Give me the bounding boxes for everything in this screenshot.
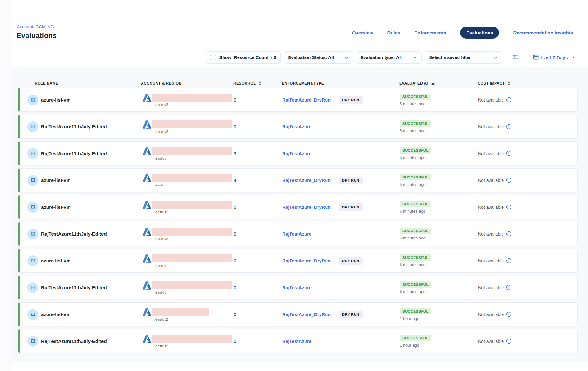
info-icon[interactable] bbox=[506, 285, 511, 290]
col-resource[interactable]: RESOURCE bbox=[233, 81, 282, 86]
enforcement-link[interactable]: RajTestAzure_DryRun bbox=[282, 205, 331, 210]
tab-rules[interactable]: Rules bbox=[387, 30, 400, 35]
evaluation-type-dropdown[interactable]: Evaluation type: All bbox=[356, 51, 422, 64]
col-rule-name: RULE NAME bbox=[18, 81, 141, 86]
azure-icon bbox=[141, 173, 152, 185]
status-badge: SUCCESSFUL bbox=[400, 201, 431, 207]
resource-count: 0 bbox=[234, 97, 282, 102]
col-evaluated-at[interactable]: EVALUATED AT bbox=[399, 81, 478, 86]
table-row[interactable]: </> RajTestAzure11thJuly-Edited eastus2 … bbox=[18, 222, 578, 246]
info-icon[interactable] bbox=[506, 151, 511, 156]
resource-count: 4 bbox=[234, 178, 282, 183]
tab-recommendation-insights[interactable]: Recommendation Insights bbox=[513, 30, 573, 35]
dry-run-badge: DRY RUN bbox=[339, 257, 363, 265]
info-icon[interactable] bbox=[506, 258, 511, 263]
col-account-region: ACCOUNT & REGION bbox=[141, 81, 233, 86]
info-icon[interactable] bbox=[506, 124, 511, 129]
sort-icon-cost[interactable] bbox=[507, 81, 510, 86]
enforcement-link[interactable]: RajTestAzure_DryRun bbox=[282, 258, 331, 263]
evaluated-cell: SUCCESSFUL 1 hour ago bbox=[400, 308, 478, 321]
rule-accent-bar bbox=[18, 249, 20, 272]
rule-cell: </> azure-list-vm bbox=[18, 202, 141, 213]
azure-icon bbox=[141, 253, 152, 265]
evaluation-status-dropdown[interactable]: Evaluation Status: All bbox=[284, 51, 353, 64]
calendar-icon bbox=[533, 54, 539, 61]
enforcement-cell: RajTestAzure_DryRun DRY RUN bbox=[282, 311, 400, 318]
filterbar-divider bbox=[526, 51, 526, 64]
enforcement-link[interactable]: RajTestAzure bbox=[282, 285, 312, 290]
table-header: RULE NAME ACCOUNT & REGION RESOURCE ENFO… bbox=[18, 79, 578, 88]
account-region-cell: eastus bbox=[141, 147, 234, 160]
account-region-cell: eastus2 bbox=[141, 307, 234, 321]
enforcement-link[interactable]: RajTestAzure bbox=[282, 339, 312, 344]
tab-evaluations[interactable]: Evaluations bbox=[460, 27, 499, 39]
rule-cell: </> RajTestAzure11thJuly-Edited bbox=[18, 148, 141, 159]
rule-name: azure-list-vm bbox=[41, 178, 71, 183]
account-region-cell: eastus bbox=[141, 281, 234, 294]
tab-enforcements[interactable]: Enforcements bbox=[414, 30, 446, 35]
cost-impact-cell: Not available bbox=[478, 231, 577, 237]
enforcement-link[interactable]: RajTestAzure_DryRun bbox=[282, 97, 331, 102]
evaluated-time: 5 minutes ago bbox=[400, 155, 426, 160]
cost-impact-cell: Not available bbox=[478, 312, 577, 317]
enforcement-cell: RajTestAzure DRY RUN bbox=[282, 151, 400, 156]
rule-name: RajTestAzure11thJuly-Edited bbox=[41, 124, 107, 129]
table-row[interactable]: </> azure-list-vm eastus2 0 RajTestAzure… bbox=[18, 88, 578, 112]
evaluation-type-value: Evaluation type: All bbox=[361, 55, 402, 60]
enforcement-link[interactable]: RajTestAzure_DryRun bbox=[282, 312, 331, 317]
filter-sliders-button[interactable] bbox=[512, 54, 518, 62]
enforcement-cell: RajTestAzure_DryRun DRY RUN bbox=[282, 96, 400, 104]
date-range-picker[interactable]: Last 7 Days bbox=[533, 54, 575, 61]
enforcement-link[interactable]: RajTestAzure bbox=[282, 231, 312, 237]
redacted-account-bar bbox=[152, 228, 232, 236]
table-row[interactable]: </> azure-list-vm eastus2 0 RajTestAzure… bbox=[18, 195, 578, 219]
info-icon[interactable] bbox=[506, 97, 511, 102]
account-region-cell: eastus2 bbox=[141, 334, 234, 348]
dry-run-badge: DRY RUN bbox=[339, 203, 363, 211]
resource-count-checkbox[interactable] bbox=[210, 55, 216, 60]
cost-impact-cell: Not available bbox=[478, 151, 577, 156]
table-row[interactable]: </> RajTestAzure11thJuly-Edited eastus2 … bbox=[18, 329, 578, 353]
breadcrumb[interactable]: Account: CCM-NG bbox=[17, 24, 54, 29]
azure-icon bbox=[141, 334, 152, 346]
cost-value: Not available bbox=[478, 339, 504, 344]
code-rule-icon: </> bbox=[27, 229, 38, 239]
tab-overview[interactable]: Overview bbox=[352, 30, 373, 35]
info-icon[interactable] bbox=[506, 231, 511, 237]
evaluated-time: 5 minutes ago bbox=[400, 128, 426, 133]
rule-accent-bar bbox=[18, 329, 20, 353]
rule-cell: </> azure-list-vm bbox=[18, 95, 141, 105]
info-icon[interactable] bbox=[506, 338, 511, 344]
table-row[interactable]: </> azure-list-vm eastus 4 RajTestAzure_… bbox=[18, 168, 578, 192]
info-icon[interactable] bbox=[506, 312, 511, 317]
status-badge: SUCCESSFUL bbox=[400, 308, 431, 314]
table-row[interactable]: </> azure-list-vm eastus 0 RajTestAzure_… bbox=[18, 249, 578, 273]
sort-asc-icon[interactable] bbox=[431, 82, 435, 85]
cost-impact-cell: Not available bbox=[478, 124, 577, 129]
sort-icon-resource[interactable] bbox=[258, 81, 261, 86]
saved-filter-dropdown[interactable]: Select a saved filter bbox=[425, 51, 502, 64]
cost-value: Not available bbox=[478, 312, 504, 317]
rule-accent-bar bbox=[18, 142, 20, 165]
info-icon[interactable] bbox=[506, 204, 511, 210]
info-icon[interactable] bbox=[506, 178, 511, 183]
enforcement-link[interactable]: RajTestAzure bbox=[282, 124, 312, 129]
evaluated-time: 5 minutes ago bbox=[400, 102, 426, 106]
status-badge: SUCCESSFUL bbox=[400, 254, 431, 261]
top-navigation: Overview Rules Enforcements Evaluations … bbox=[352, 27, 573, 39]
cost-value: Not available bbox=[478, 97, 504, 102]
account-region-cell: eastus2 bbox=[141, 227, 234, 241]
table-row[interactable]: </> RajTestAzure11thJuly-Edited eastus 0… bbox=[18, 276, 578, 299]
table-row[interactable]: </> azure-list-vm eastus2 0 RajTestAzure… bbox=[18, 302, 578, 326]
enforcement-link[interactable]: RajTestAzure_DryRun bbox=[282, 178, 331, 183]
col-cost-impact[interactable]: COST IMPACT bbox=[478, 81, 578, 86]
evaluated-cell: SUCCESSFUL 5 minutes ago bbox=[400, 120, 478, 133]
table-row[interactable]: </> RajTestAzure11thJuly-Edited eastus 3… bbox=[18, 141, 578, 165]
enforcement-link[interactable]: RajTestAzure bbox=[282, 151, 312, 156]
table-row[interactable]: </> RajTestAzure11thJuly-Edited eastus2 … bbox=[18, 115, 578, 139]
resource-count-filter[interactable]: Show: Resource Count > 0 bbox=[206, 51, 281, 64]
cost-value: Not available bbox=[478, 178, 504, 183]
rule-accent-bar bbox=[18, 88, 20, 111]
rule-cell: </> azure-list-vm bbox=[18, 309, 141, 320]
evaluated-time: 1 hour ago bbox=[400, 343, 419, 348]
